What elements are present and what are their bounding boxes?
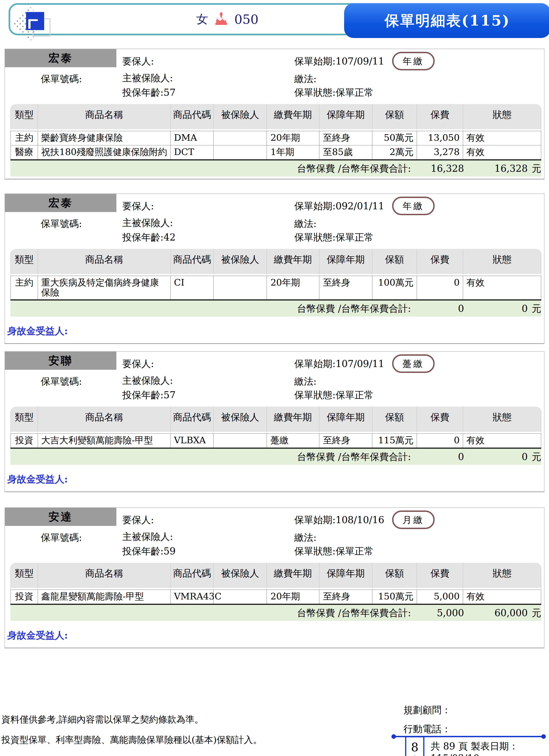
col-status: 狀態 [463,104,541,131]
company-name: 安達 [5,508,116,526]
cell-cover-term: 至終身 [320,589,373,604]
total-premium: 0 [411,303,464,314]
pages-and-date: 共 89 頁 製表日期：115/03/10 [431,740,549,756]
policy-section-chubb: 安達 要保人: 保單始期:108/10/16 月繳 保單號碼: 主被保險人: 繳… [5,507,544,648]
policy-start-field: 保單始期:107/09/11 [294,55,385,68]
policy-number-label: 保單號碼: [41,73,82,85]
policy-status-label: 保單狀態: [294,389,336,401]
policy-info-block: 安達 要保人: 保單始期:108/10/16 月繳 保單號碼: 主被保險人: 繳… [5,508,544,563]
policy-start-label: 保單始期: [294,358,336,369]
cell-product-name: 重大疾病及特定傷病終身健康保險 [38,276,171,299]
cell-insured [214,589,267,604]
col-status: 狀態 [463,407,541,433]
page-title: 保單明細表(115) [344,3,549,38]
policy-section-hongtai-2: 宏泰 要保人: 保單始期:092/01/11 年繳 保單號碼: 主被保險人: 繳… [5,193,544,344]
cell-premium: 5,000 [417,589,463,604]
policy-number-label: 保單號碼: [41,375,82,388]
total-row: 台幣保費 /台幣年保費合計: 0 0 元 [10,299,541,317]
applicant-label: 要保人: [122,358,154,370]
company-name: 安聯 [5,352,116,370]
mobile-phone-label: 行動電話： [404,723,451,735]
total-premium: 0 [411,451,464,462]
cell-insured [214,131,267,145]
entry-age-field: 投保年齡:59 [122,545,176,558]
death-beneficiary-label: 身故金受益人: [7,629,544,642]
col-insured: 被保險人 [214,407,267,433]
policy-start-value: 107/09/11 [336,358,384,369]
col-premium: 保費 [417,563,463,589]
policy-section-hongtai-1: 宏泰 要保人: 保單始期:107/09/11 年繳 保單號碼: 主被保險人: 繳… [5,49,544,179]
age-code: 050 [234,12,258,27]
insured-label: 主被保險人: [122,72,173,84]
table-header-row: 類型 商品名稱 商品代碼 被保險人 繳費年期 保障年期 保額 保費 狀態 [10,249,541,276]
col-cover-term: 保障年期 [320,249,373,276]
policy-status-value: 保單正常 [336,232,374,243]
pay-method-label: 繳法: [294,531,317,544]
cell-type: 投資 [10,433,38,448]
table-header-row: 類型 商品名稱 商品代碼 被保險人 繳費年期 保障年期 保額 保費 狀態 [10,407,541,433]
currency-unit: 元 [532,607,541,619]
policy-status-label: 保單狀態: [294,87,336,98]
col-product-code: 商品代碼 [171,407,214,433]
total-premium: 5,000 [411,607,464,618]
col-premium: 保費 [417,249,463,276]
total-row: 台幣保費 /台幣年保費合計: 5,000 60,000 元 [10,604,541,621]
total-label: 台幣保費 /台幣年保費合計: [10,302,411,315]
policy-status-field: 保單狀態:保單正常 [294,389,374,401]
col-cover-term: 保障年期 [320,563,373,589]
pay-method-label: 繳法: [294,375,317,388]
cell-status: 有效 [463,145,541,159]
cell-product-code: DCT [171,145,214,159]
policy-status-field: 保單狀態:保單正常 [294,86,374,99]
col-insured: 被保險人 [214,104,267,131]
entry-age-value: 59 [163,546,175,557]
table-row: 醫療 祝扶180殘廢照護健康保險附約 DCT 1年期 至85歲 2萬元 3,27… [10,145,541,159]
policy-status-field: 保單狀態:保單正常 [294,545,374,558]
col-premium: 保費 [417,407,463,433]
cell-status: 有效 [463,131,541,145]
pay-method-label: 繳法: [294,217,317,230]
entry-age-value: 42 [163,232,175,243]
payment-frequency-badge: 躉繳 [392,354,435,373]
death-beneficiary-label: 身故金受益人: [7,473,544,486]
cell-amount: 2萬元 [373,145,417,159]
cell-cover-term: 至85歲 [320,145,373,159]
table-row: 投資 鑫龍星變額萬能壽險-甲型 VMRA43C 20年期 至終身 150萬元 5… [10,589,541,604]
cell-pay-term: 躉繳 [267,433,320,448]
col-status: 狀態 [463,563,541,589]
applicant-label: 要保人: [122,200,154,212]
cell-pay-term: 20年期 [267,589,320,604]
entry-age-label: 投保年齡: [122,232,163,243]
cell-premium: 3,278 [417,145,463,159]
cell-product-name: 樂齡寶終身健康保險 [38,131,171,145]
cell-product-code: DMA [171,131,214,145]
cell-type: 主約 [10,131,38,145]
col-amount: 保額 [373,104,417,131]
policy-status-value: 保單正常 [336,389,374,401]
total-annual-premium: 0 [464,451,528,462]
col-pay-term: 繳費年期 [267,104,320,131]
col-product-code: 商品代碼 [171,563,214,589]
death-beneficiary-label: 身故金受益人: [7,325,544,337]
header-bar: 女 050 保單明細表(115) [9,3,540,35]
policy-status-value: 保單正常 [336,87,374,98]
payment-frequency-badge: 年繳 [392,197,435,215]
table-row: 主約 重大疾病及特定傷病終身健康保險 CI 20年期 至終身 100萬元 0 有… [10,276,541,299]
policy-section-allianz: 安聯 要保人: 保單始期:107/09/11 躉繳 保單號碼: 主被保險人: 繳… [5,351,544,492]
company-logo-icon [13,6,65,45]
col-pay-term: 繳費年期 [267,249,320,276]
cell-product-name: 祝扶180殘廢照護健康保險附約 [38,145,171,159]
col-product-name: 商品名稱 [38,104,171,131]
cell-status: 有效 [463,276,541,299]
policy-start-field: 保單始期:092/01/11 [294,200,385,212]
products-table: 類型 商品名稱 商品代碼 被保險人 繳費年期 保障年期 保額 保費 狀態 主約 … [10,104,541,159]
cell-cover-term: 至終身 [320,131,373,145]
insured-label: 主被保險人: [122,530,173,543]
policy-status-label: 保單狀態: [294,546,336,557]
policy-status-value: 保單正常 [336,546,374,557]
currency-unit: 元 [532,302,541,315]
cell-insured [214,276,267,299]
cell-status: 有效 [463,589,541,604]
products-table: 類型 商品名稱 商品代碼 被保險人 繳費年期 保障年期 保額 保費 狀態 主約 … [10,249,541,299]
policy-start-field: 保單始期:107/09/11 [294,358,385,370]
